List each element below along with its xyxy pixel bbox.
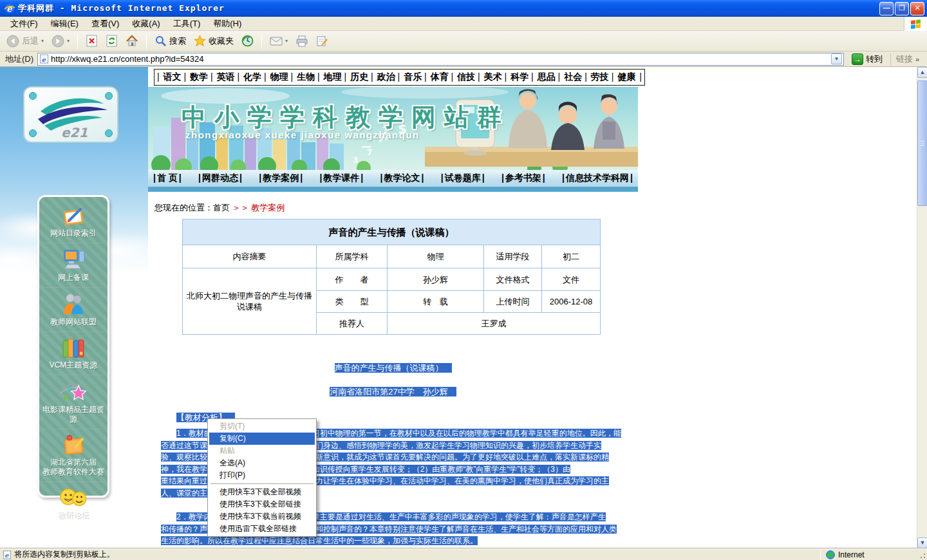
context-menu-item-print[interactable]: 打印(P) [209, 469, 315, 481]
forward-button[interactable]: ▾ [49, 33, 72, 49]
sidebar-item-film-resources[interactable]: 电影课精品主题资源 [39, 378, 108, 425]
subject-link[interactable]: 英语 [211, 71, 235, 83]
chevron-right-icon[interactable]: » [915, 55, 919, 63]
context-menu-item-flashget-all-links[interactable]: 使用快车3下载全部链接 [209, 498, 315, 510]
favorites-button[interactable]: 收藏夹 [191, 33, 236, 48]
svg-text:e: e [6, 4, 12, 14]
mail-button[interactable]: ▾ [267, 35, 290, 48]
notepad-icon [61, 434, 86, 456]
minimize-button[interactable]: — [879, 2, 894, 15]
scroll-up-button[interactable]: ▲ [917, 67, 927, 78]
print-button[interactable] [293, 34, 311, 48]
status-message-panel: e 将所选内容复制到剪贴板上。 [0, 549, 820, 560]
breadcrumb-home-link[interactable]: 首页 [213, 203, 230, 212]
resource-info-table: 声音的产生与传播（说课稿） 内容摘要 所属学科 物理 适用学段 初二 北师大初二… [182, 219, 601, 335]
site-nav-link[interactable]: 参考书架 [501, 173, 545, 184]
menu-items: 文件(F)编辑(E)查看(V)收藏(A)工具(T)帮助(H) [4, 17, 248, 31]
menu-item[interactable]: 查看(V) [85, 17, 126, 31]
address-input[interactable] [51, 54, 831, 64]
subject-link[interactable]: 政治 [371, 71, 395, 83]
sidebar-divider [44, 331, 103, 332]
refresh-button[interactable] [103, 33, 120, 48]
subject-link[interactable]: 化学 [237, 71, 261, 83]
menu-item[interactable]: 文件(F) [4, 17, 44, 31]
sidebar-item-online-prep[interactable]: 网上备课 [58, 247, 89, 284]
subject-link[interactable]: 地理 [317, 71, 342, 83]
stop-button[interactable] [83, 33, 100, 48]
address-dropdown-button[interactable]: ▼ [831, 53, 842, 64]
menu-item[interactable]: 帮助(H) [207, 17, 248, 31]
sidebar-item-software-contest[interactable]: 湖北省第六届 教师教育软件大赛 [42, 433, 104, 478]
context-menu-item-select-all[interactable]: 全选(A) [209, 457, 315, 469]
subject-link[interactable]: 数学 [183, 71, 208, 83]
links-bar[interactable]: 链接 » [890, 53, 924, 65]
throbber [904, 17, 927, 31]
back-dropdown-icon[interactable]: ▾ [41, 38, 44, 44]
context-menu: 剪切(T) 复制(C) 粘贴 全选(A) 打印(P) 使用快车3下载全部视频 使… [207, 418, 317, 537]
site-nav-link[interactable]: 教学案例 [259, 173, 303, 184]
site-nav-link[interactable]: 教学课件 [319, 173, 363, 184]
subject-link[interactable]: 美术 [478, 71, 502, 83]
history-icon [241, 35, 254, 47]
context-menu-item-copy[interactable]: 复制(C) [209, 433, 315, 445]
sidebar-item-teacher-alliance[interactable]: 教师网站联盟 [50, 291, 97, 328]
scroll-down-button[interactable]: ▼ [917, 537, 927, 548]
table-cell: 作 者 [317, 268, 388, 291]
breadcrumb-current-link[interactable]: 教学案例 [251, 203, 285, 212]
site-banner: − × $ % 375 [148, 87, 638, 170]
subject-link[interactable]: 健康 [612, 71, 642, 83]
site-nav-link[interactable]: 首 页 [153, 173, 182, 184]
back-button[interactable]: 后退 ▾ [4, 33, 46, 49]
subject-link[interactable]: 体育 [424, 71, 449, 83]
context-menu-separator [211, 483, 314, 484]
restore-button[interactable]: ❐ [895, 2, 909, 15]
subject-link[interactable]: 劳技 [585, 71, 609, 83]
books-icon [61, 337, 86, 359]
context-menu-item-thunder-all-links[interactable]: 使用迅雷下载全部链接 [209, 523, 315, 535]
menu-item[interactable]: 编辑(E) [44, 17, 85, 31]
context-menu-item-flashget-all-videos[interactable]: 使用快车3下载全部视频 [209, 486, 315, 498]
table-cell: 转 载 [388, 291, 484, 313]
site-nav-link[interactable]: 教学论文 [380, 173, 424, 184]
favorites-star-icon [194, 35, 206, 47]
sidebar-item-vcm-resources[interactable]: VCM主题资源 [50, 335, 98, 371]
site-nav-link[interactable]: 网群动态 [198, 173, 242, 184]
home-button[interactable] [123, 33, 141, 48]
table-cell: 孙少辉 [388, 268, 484, 291]
search-icon [154, 35, 167, 47]
table-cell: 所属学科 [317, 245, 388, 268]
toolbar: 后退 ▾ ▾ 搜索 收藏夹 ▾ [0, 31, 927, 51]
site-nav-link[interactable]: 信息技术学科网 [562, 173, 633, 184]
mail-dropdown-icon[interactable]: ▾ [285, 38, 288, 44]
subject-link[interactable]: 物理 [264, 71, 288, 83]
subject-link[interactable]: 历史 [344, 71, 368, 83]
search-button[interactable]: 搜索 [152, 33, 189, 48]
sidebar-item-site-index[interactable]: 网站目录索引 [50, 203, 97, 239]
subject-link[interactable]: 语文 [157, 71, 182, 83]
back-arrow-icon [6, 35, 19, 48]
sidebar-item-label: 教师网站联盟 [50, 317, 97, 327]
subject-link[interactable]: 生物 [290, 71, 315, 83]
subject-link[interactable]: 信技 [451, 71, 476, 83]
subjects-nav: 语文数学英语化学物理生物地理历史政治音乐体育信技美术科学思品社会劳技健康 [154, 69, 645, 86]
vertical-scrollbar[interactable]: ▲ ▼ [917, 67, 927, 548]
smiley-icon [59, 487, 88, 509]
context-menu-item-flashget-current-video[interactable]: 使用快车3下载当前视频 [209, 510, 315, 523]
forward-dropdown-icon[interactable]: ▾ [67, 38, 70, 44]
menu-item[interactable]: 工具(T) [167, 17, 207, 31]
subject-link[interactable]: 音乐 [398, 71, 422, 83]
go-button[interactable]: → 转到 [848, 53, 886, 65]
site-nav-link[interactable]: 试卷题库 [441, 173, 485, 184]
scrollbar-thumb[interactable] [917, 80, 927, 206]
sidebar-item-forum[interactable]: 教研论坛 [58, 485, 89, 521]
close-button[interactable]: ✕ [910, 2, 924, 15]
subject-link[interactable]: 社会 [558, 71, 583, 83]
edit-button[interactable] [314, 34, 331, 48]
history-button[interactable] [239, 33, 256, 48]
resize-grip[interactable] [917, 550, 926, 559]
e21-logo[interactable]: e21 [23, 86, 119, 144]
subject-link[interactable]: 思品 [531, 71, 556, 83]
menu-item[interactable]: 收藏(A) [126, 17, 166, 31]
svg-text:e: e [42, 56, 46, 63]
subject-link[interactable]: 科学 [505, 71, 529, 83]
